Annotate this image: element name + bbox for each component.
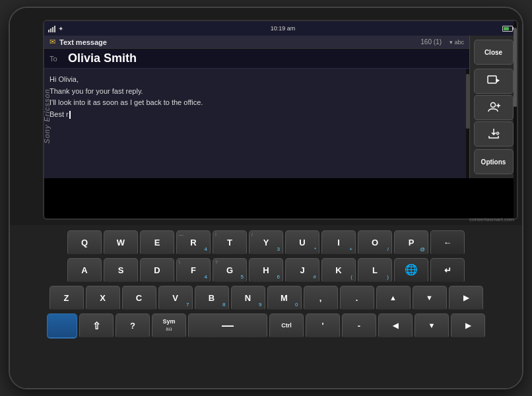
key-f[interactable]: \F4 (176, 258, 211, 283)
bluetooth-icon: ✦ (58, 25, 63, 32)
msg-line-1: Hi Olivia, (50, 74, 464, 86)
key-x[interactable]: X (86, 286, 120, 311)
key-k[interactable]: K( (321, 258, 356, 283)
key-c[interactable]: C (122, 286, 156, 311)
msg-line-4: Best r (50, 109, 464, 121)
close-button[interactable]: Close (474, 40, 514, 65)
key-arrow-right2[interactable]: ▶ (451, 314, 485, 339)
key-row-2: A S D \F4 ?G5 H6 J# K( L) 🌐 ↵ (19, 258, 513, 283)
key-apostrophe[interactable]: ' (306, 314, 340, 339)
key-arrow-right[interactable]: ▶ (449, 286, 483, 311)
key-y[interactable]: /Y3 (249, 230, 283, 255)
body-scroll-thumb (466, 74, 469, 129)
key-j[interactable]: J# (285, 258, 319, 283)
key-o[interactable]: O/ (358, 230, 392, 255)
key-row-4: ⇧ ? Symäü — Ctrl ' - ◀ ▼ ▶ (19, 314, 513, 339)
key-g[interactable]: ?G5 (213, 258, 247, 283)
recipient-name: Olivia Smith (68, 51, 137, 65)
sidebar-buttons: Close (469, 36, 517, 178)
add-contact-button[interactable] (474, 95, 514, 120)
key-i[interactable]: I+ (321, 230, 356, 255)
key-enter[interactable]: ↵ (430, 258, 465, 283)
key-u[interactable]: U* (285, 230, 319, 255)
key-v[interactable]: V7 (158, 286, 193, 311)
message-text: Hi Olivia, Thank you for your fast reply… (50, 74, 464, 120)
call-button[interactable] (517, 174, 518, 192)
key-question[interactable]: ? (116, 314, 150, 339)
key-w[interactable]: W (104, 230, 138, 255)
phone-top: Sony Ericsson ✦ 10:19 am (10, 8, 522, 225)
char-count: 160 (1) (420, 38, 442, 46)
key-p[interactable]: P@ (394, 230, 428, 255)
svg-marker-1 (496, 79, 500, 82)
key-dash[interactable]: - (342, 314, 376, 339)
key-e[interactable]: E (140, 230, 174, 255)
save-button[interactable] (474, 121, 514, 147)
key-a[interactable]: A (67, 258, 102, 283)
key-q[interactable]: Q (67, 230, 102, 255)
key-m[interactable]: M0 (267, 286, 302, 311)
close-button-label: Close (484, 49, 502, 56)
options-button-label: Options (481, 158, 506, 166)
to-label: To (50, 55, 63, 63)
key-sym[interactable]: Symäü (152, 314, 186, 339)
key-period[interactable]: . (340, 286, 374, 311)
text-cursor (69, 111, 71, 119)
key-l[interactable]: L) (358, 258, 392, 283)
message-header-title: Text message (59, 38, 416, 46)
key-fn[interactable] (47, 314, 77, 339)
key-h[interactable]: H6 (249, 258, 283, 283)
template-icon (487, 75, 500, 87)
key-t[interactable]: !T (213, 230, 247, 255)
keyboard-rows: Q W E —R4 !T /Y3 U* I+ O/ P@ ← A S D \F4 (19, 230, 513, 339)
msg-line-3: I'll look into it as soon as I get back … (50, 97, 464, 109)
key-shift[interactable]: ⇧ (79, 314, 114, 339)
signal-abc: ▾ abc (449, 39, 464, 46)
status-bar: ✦ 10:19 am (44, 21, 517, 36)
envelope-icon: ✉ (50, 38, 55, 46)
volume-up-button[interactable] (517, 54, 518, 67)
keyboard-section: Q W E —R4 !T /Y3 U* I+ O/ P@ ← A S D \F4 (10, 225, 522, 388)
key-arrow-down[interactable]: ▼ (413, 286, 447, 311)
message-header: ✉ Text message 160 (1) ▾ abc (44, 36, 469, 49)
key-arrow-down2[interactable]: ▼ (415, 314, 449, 339)
status-left: ✦ (48, 25, 63, 32)
options-button[interactable]: Options (474, 149, 514, 174)
screen-bezel: ✦ 10:19 am ✉ Text message 160 (1 (43, 20, 518, 220)
save-icon (487, 128, 500, 140)
add-contact-icon (487, 102, 500, 114)
key-row-3: Z X C V7 B8 N9 M0 , . ▲ ▼ ▶ (19, 286, 513, 311)
key-comma[interactable]: , (304, 286, 338, 311)
key-space[interactable]: — (188, 314, 267, 339)
key-ctrl[interactable]: Ctrl (269, 314, 304, 339)
message-body: Hi Olivia, Thank you for your fast reply… (44, 69, 469, 178)
screen-main: ✉ Text message 160 (1) ▾ abc To Olivia S… (44, 36, 517, 178)
key-d[interactable]: D (140, 258, 174, 283)
watermark: consertasmart.com (469, 216, 514, 222)
key-arrow-up[interactable]: ▲ (376, 286, 411, 311)
to-field: To Olivia Smith (44, 49, 469, 69)
key-z[interactable]: Z (50, 286, 84, 311)
message-area: ✉ Text message 160 (1) ▾ abc To Olivia S… (44, 36, 469, 178)
signal-icon (48, 25, 55, 32)
battery-fill (504, 27, 509, 30)
key-row-1: Q W E —R4 !T /Y3 U* I+ O/ P@ ← (19, 230, 513, 255)
key-r[interactable]: —R4 (176, 230, 211, 255)
key-n[interactable]: N9 (231, 286, 265, 311)
svg-point-2 (490, 103, 495, 108)
svg-point-5 (496, 132, 499, 135)
battery-icon (502, 26, 513, 32)
key-globe[interactable]: 🌐 (394, 258, 428, 283)
svg-rect-0 (488, 76, 496, 83)
volume-down-button[interactable] (517, 71, 518, 84)
status-time: 10:19 am (271, 25, 296, 32)
phone-device: Sony Ericsson ✦ 10:19 am (9, 7, 523, 389)
key-b[interactable]: B8 (195, 286, 229, 311)
key-backspace[interactable]: ← (430, 230, 465, 255)
status-right (502, 26, 513, 32)
body-scrollbar (466, 69, 469, 178)
brand-label: Sony Ericsson (43, 89, 51, 144)
key-arrow-left[interactable]: ◀ (378, 314, 413, 339)
key-s[interactable]: S (104, 258, 138, 283)
template-button[interactable] (474, 69, 514, 94)
